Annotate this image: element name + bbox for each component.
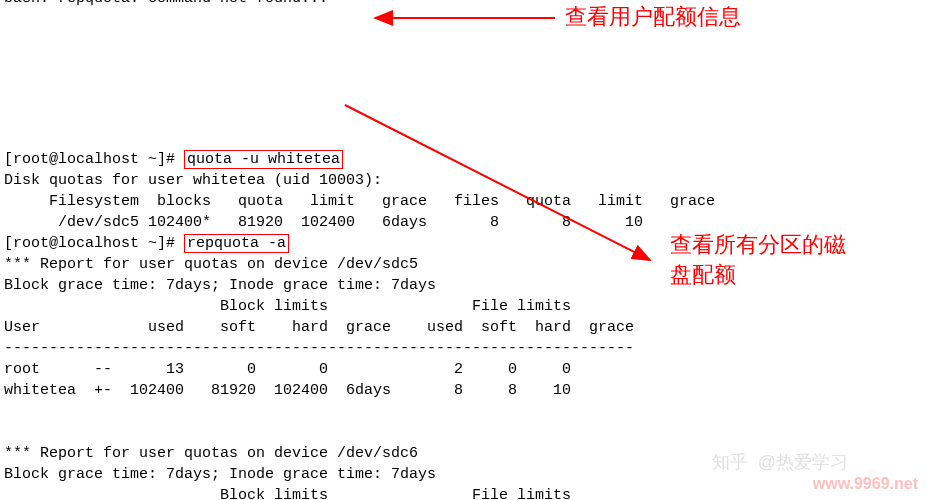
command-repquota: repquota -a xyxy=(184,234,289,253)
prompt-1: [root@localhost ~]# xyxy=(4,151,184,168)
cutoff-text: bash: repquota: command not found... xyxy=(4,0,328,9)
annotation-all-partitions-1: 查看所有分区的磁 xyxy=(670,230,846,261)
grace-time-sdc5: Block grace time: 7days; Inode grace tim… xyxy=(4,277,436,294)
report-header-sdc5: *** Report for user quotas on device /de… xyxy=(4,256,418,273)
quota-header: Disk quotas for user whitetea (uid 10003… xyxy=(4,172,382,189)
prompt-2: [root@localhost ~]# xyxy=(4,235,184,252)
limits-header-sdc5: Block limits File limits xyxy=(4,298,571,315)
report-header-sdc6: *** Report for user quotas on device /de… xyxy=(4,445,418,462)
annotation-user-quota: 查看用户配额信息 xyxy=(565,2,741,33)
quota-row-sdc5: /dev/sdc5 102400* 81920 102400 6days 8 8… xyxy=(4,214,715,231)
terminal-output: [root@localhost ~]# quota -u whitetea Di… xyxy=(0,126,938,500)
row-root-sdc5: root -- 13 0 0 2 0 0 xyxy=(4,361,634,378)
watermark-site: www.9969.net xyxy=(813,473,918,495)
divider-sdc5: ----------------------------------------… xyxy=(4,340,634,357)
command-quota: quota -u whitetea xyxy=(184,150,343,169)
row-whitetea-sdc5: whitetea +- 102400 81920 102400 6days 8 … xyxy=(4,382,634,399)
watermark-zhihu: 知乎 @热爱学习 xyxy=(712,450,848,475)
user-columns-sdc5: User used soft hard grace used soft hard… xyxy=(4,319,634,336)
grace-time-sdc6: Block grace time: 7days; Inode grace tim… xyxy=(4,466,436,483)
annotation-all-partitions-2: 盘配额 xyxy=(670,260,736,291)
arrow-1 xyxy=(370,8,560,28)
limits-header-sdc6: Block limits File limits xyxy=(4,487,571,500)
quota-columns: Filesystem blocks quota limit grace file… xyxy=(4,193,715,210)
